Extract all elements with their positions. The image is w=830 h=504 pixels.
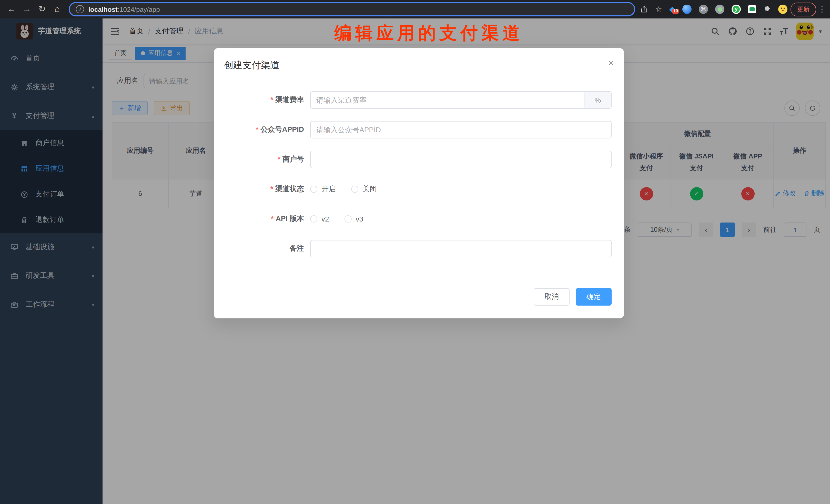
api-v2-radio[interactable] [310,215,317,222]
api-v3-label[interactable]: v3 [356,215,363,223]
browser-toolbar: ← → ↻ ⌂ i localhost:1024/pay/app ☆ ◆ 10 … [0,0,830,19]
api-v2-label[interactable]: v2 [321,215,329,223]
field-api-version: *API 版本 v2 v3 [214,210,624,228]
extension-green-dot-icon[interactable] [715,5,724,14]
site-info-icon[interactable]: i [76,5,84,13]
confirm-button[interactable]: 确定 [576,288,612,306]
browser-profile-avatar[interactable] [778,5,788,14]
dialog-close-icon[interactable]: × [608,58,614,68]
status-off-radio[interactable] [351,186,358,193]
status-off-label[interactable]: 关闭 [362,185,377,194]
url-path: :1024/pay/app [118,5,160,13]
browser-home-icon[interactable]: ⌂ [50,0,65,19]
extension-chat-icon[interactable] [748,5,756,13]
browser-menu-icon[interactable]: ⋮ [818,5,826,14]
dialog-title: 创建支付渠道 [224,58,614,72]
extension-tasks-icon[interactable]: ◆ 10 [669,5,675,14]
bookmark-star-icon[interactable]: ☆ [655,5,662,14]
status-on-label[interactable]: 开启 [321,185,336,194]
extension-command-icon[interactable]: ⌘ [699,5,708,14]
field-remark: 备注 [214,240,624,257]
extension-puzzle-icon[interactable] [763,5,771,13]
browser-reload-icon[interactable]: ↻ [34,0,50,19]
extension-yudao-icon[interactable]: y [732,5,741,14]
field-appid: *公众号APPID [214,121,624,138]
extension-balloon-icon[interactable] [682,5,692,14]
share-icon[interactable] [640,5,648,13]
browser-back-icon[interactable]: ← [4,0,19,19]
address-bar[interactable]: i localhost:1024/pay/app [69,2,635,17]
extension-badge: 10 [672,9,679,14]
url-host: localhost [89,5,118,13]
create-channel-dialog: 创建支付渠道 × *渠道费率 % *公众号APPID * [214,48,624,318]
status-on-radio[interactable] [310,186,317,193]
cancel-button[interactable]: 取消 [534,288,570,306]
browser-update-button[interactable]: 更新 [791,2,816,16]
annotation-text: 编辑应用的支付渠道 [334,23,523,43]
field-rate: *渠道费率 % [214,91,624,109]
rate-suffix: % [584,92,611,108]
rate-input[interactable] [311,92,584,108]
appid-input[interactable] [310,121,612,138]
field-merchant: *商户号 [214,151,624,168]
remark-input[interactable] [310,240,612,257]
field-status: *渠道状态 开启 关闭 [214,181,624,198]
browser-forward-icon[interactable]: → [19,0,34,19]
merchant-input[interactable] [310,151,612,168]
api-v3-radio[interactable] [345,215,352,222]
